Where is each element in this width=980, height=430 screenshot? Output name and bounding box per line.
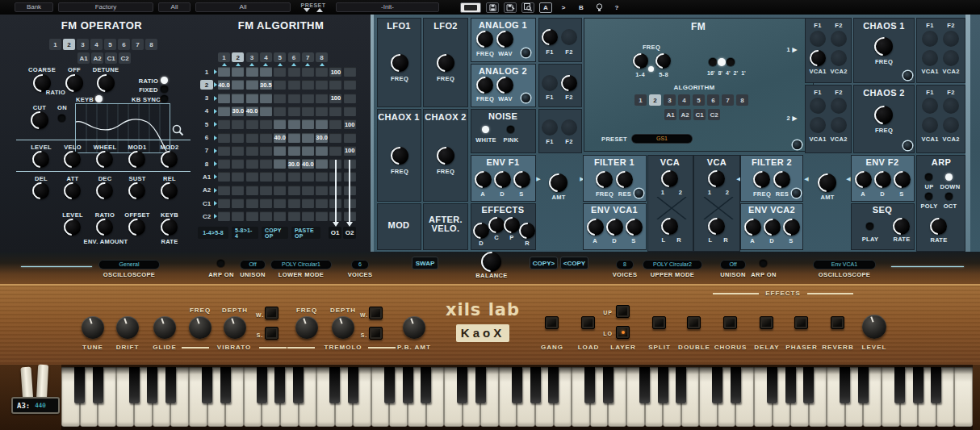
kb-sync-led[interactable] <box>161 95 168 102</box>
env-vca2-s-knob[interactable] <box>783 219 800 236</box>
copy-14-58-button[interactable]: 1-4>5-8 <box>198 227 228 239</box>
oscilloscope-source-right[interactable]: Env VCA1 <box>814 261 875 269</box>
voices-value-left[interactable]: 6 <box>352 261 368 269</box>
lfo1-freq-knob[interactable] <box>391 54 408 72</box>
matrix-cell[interactable]: 30.5 <box>260 80 272 90</box>
noise-white-led[interactable] <box>482 126 489 133</box>
matrix-cell[interactable] <box>288 94 300 103</box>
env-amount-offset-knob[interactable] <box>128 219 145 236</box>
matrix-cell[interactable] <box>232 94 244 103</box>
matrix-cell[interactable] <box>260 198 272 208</box>
chaos1-f2-knob[interactable] <box>831 31 847 47</box>
vibrato-switch-button[interactable] <box>265 327 279 340</box>
fm-freq-58-knob[interactable] <box>655 53 671 69</box>
matrix-cell[interactable]: 30.0 <box>316 133 328 143</box>
matrix-cell[interactable] <box>274 106 286 116</box>
swap-button[interactable]: SWAP <box>412 257 438 269</box>
analog2-f2-knob[interactable] <box>561 75 577 91</box>
matrix-cell[interactable] <box>316 67 328 77</box>
tremolo-wheel-button[interactable] <box>369 307 383 319</box>
help-icon[interactable]: ? <box>610 2 623 13</box>
fm-op-button-C2[interactable]: C2 <box>119 52 131 64</box>
matrix-cell[interactable]: 40.0 <box>302 159 314 169</box>
matrix-cell[interactable] <box>260 106 272 116</box>
fm-algo-button-C1[interactable]: C1 <box>693 109 706 120</box>
matrix-cell[interactable] <box>329 80 341 90</box>
vca2-knob[interactable] <box>708 170 725 187</box>
matrix-cell[interactable] <box>218 172 230 182</box>
matrix-cell[interactable] <box>316 198 328 208</box>
lower-mode-value[interactable]: POLY Circular1 <box>271 261 331 269</box>
copy-to-upper-button[interactable]: COPY> <box>530 257 558 269</box>
matrix-cell[interactable] <box>274 186 286 195</box>
matrix-cell[interactable] <box>316 211 328 221</box>
matrix-cell[interactable] <box>329 119 341 129</box>
matrix-cell[interactable] <box>316 159 328 169</box>
unison-value-right[interactable]: Off <box>721 261 745 269</box>
matrix-cell[interactable] <box>232 133 244 143</box>
lfo2-freq-knob[interactable] <box>437 54 454 72</box>
filter1-sync-icon[interactable] <box>634 189 643 198</box>
matrix-cell[interactable] <box>344 67 356 77</box>
matrix-cell[interactable] <box>288 80 300 90</box>
matrix-cell[interactable] <box>329 146 341 156</box>
matrix-cell[interactable] <box>260 186 272 195</box>
matrix-cell[interactable] <box>260 67 272 77</box>
operator-envelope-graph[interactable] <box>75 103 170 153</box>
arp-down-led[interactable] <box>945 173 953 181</box>
matrix-row-2[interactable]: 2 <box>200 80 213 90</box>
env-f1-a-knob[interactable] <box>475 171 492 188</box>
matrix-cell[interactable] <box>246 94 258 103</box>
matrix-cell[interactable] <box>274 198 286 208</box>
op-level-knob[interactable] <box>32 151 49 168</box>
gang-button[interactable] <box>545 316 559 329</box>
matrix-cell[interactable] <box>288 67 300 77</box>
fm-op-button-5[interactable]: 5 <box>104 39 116 50</box>
matrix-cell[interactable] <box>232 186 244 195</box>
fm-algo-button-7[interactable]: 7 <box>722 94 734 106</box>
matrix-cell[interactable] <box>274 80 286 90</box>
env-vca2-a-knob[interactable] <box>744 219 761 236</box>
ratio-mode-led[interactable] <box>161 77 168 84</box>
oscilloscope-source-left[interactable]: General <box>99 261 159 269</box>
effects-d-knob[interactable] <box>473 223 489 239</box>
matrix-row-A1[interactable]: A1 <box>200 172 213 182</box>
matrix-cell[interactable] <box>232 159 244 169</box>
upper-mode-value[interactable]: POLY Circular2 <box>643 261 701 269</box>
op-rel-knob[interactable] <box>161 182 178 199</box>
tuning-display[interactable]: A3: 440 <box>11 397 60 414</box>
octave-dot-3[interactable] <box>727 58 735 66</box>
analog2-freq-knob[interactable] <box>476 77 493 94</box>
fm-freq-link-led[interactable] <box>648 66 654 72</box>
chaox1-freq-knob[interactable] <box>391 147 408 165</box>
matrix-col-7[interactable]: 7 <box>302 52 314 62</box>
tremolo-freq-knob[interactable] <box>295 316 318 339</box>
fm-algo-button-C2[interactable]: C2 <box>708 109 720 120</box>
drift-knob[interactable] <box>116 316 139 339</box>
op-sust-knob[interactable] <box>128 182 145 199</box>
matrix-cell[interactable] <box>302 80 314 90</box>
op-wheel-knob[interactable] <box>96 151 113 168</box>
octave-dot-2[interactable] <box>718 58 726 66</box>
copy-op-button[interactable]: COPY OP <box>262 227 288 239</box>
arp-oct-led[interactable] <box>945 193 953 200</box>
matrix-cell[interactable] <box>344 133 356 143</box>
arp-poly-led[interactable] <box>925 193 932 200</box>
vibrato-freq-knob[interactable] <box>189 316 211 339</box>
ab-b-button[interactable]: B <box>575 2 588 13</box>
matrix-cell[interactable] <box>246 172 258 182</box>
fixed-mode-led[interactable] <box>161 86 168 93</box>
env-amount-level-knob[interactable] <box>64 219 81 236</box>
matrix-cell[interactable] <box>218 94 230 103</box>
matrix-cell[interactable] <box>218 159 230 169</box>
chaos2-vca-f2-knob[interactable] <box>943 98 959 114</box>
env-vca1-a-knob[interactable] <box>587 219 604 236</box>
chaos1-vca-f2-knob[interactable] <box>943 31 959 47</box>
fm-sync-icon[interactable] <box>793 140 802 149</box>
output2-button[interactable]: O2 <box>343 227 356 239</box>
matrix-cell[interactable] <box>316 80 328 90</box>
env-amount-ratio-knob[interactable] <box>96 219 113 236</box>
display-mode-icon[interactable] <box>460 2 481 13</box>
env-f2-s-knob[interactable] <box>894 171 911 188</box>
matrix-cell[interactable] <box>288 133 300 143</box>
